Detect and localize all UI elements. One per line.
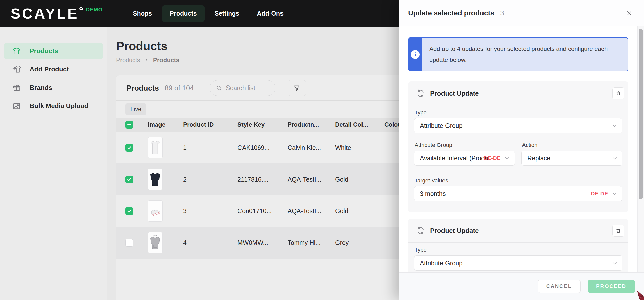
drawer-footer: CANCEL PROCEED — [399, 272, 644, 300]
drawer-scrollbar-thumb[interactable] — [639, 29, 643, 199]
drawer-scrollbar-track[interactable] — [637, 26, 644, 272]
topnav-item-addons[interactable]: Add-Ons — [249, 5, 291, 22]
update-card-body: Type Attribute Group — [408, 243, 628, 272]
action-select[interactable]: Replace — [521, 151, 622, 166]
info-banner-strip: i — [409, 38, 422, 71]
chevron-down-icon — [612, 260, 618, 266]
proceed-button[interactable]: PROCEED — [588, 280, 635, 293]
info-banner: i Add up to 4 updates for your selected … — [408, 37, 628, 71]
scayle-logo: SCAYLE DEMO — [11, 6, 103, 22]
drawer-title: Update selected products — [408, 9, 494, 17]
sync-icon — [416, 89, 425, 98]
cell-detail-color: Gold — [335, 207, 384, 215]
product-image — [148, 200, 163, 222]
cell-style-key: CAK1069... — [237, 144, 288, 151]
chevron-right-icon — [145, 58, 149, 62]
cell-product-name: AQA-TestI... — [288, 176, 335, 183]
type-select[interactable]: Attribute Group — [414, 118, 622, 133]
breadcrumb: Products Products — [116, 57, 179, 64]
sidebar-item-products[interactable]: Products — [4, 43, 103, 59]
cell-product-name: Tommy Hi... — [288, 239, 335, 246]
topnav-item-settings[interactable]: Settings — [207, 5, 247, 22]
search-icon — [216, 85, 222, 91]
info-icon: i — [411, 50, 420, 59]
trash-icon — [616, 91, 621, 96]
table-count: 89 of 104 — [165, 84, 194, 92]
target-values-select[interactable]: 3 months DE-DE — [414, 186, 622, 201]
delete-update-button[interactable] — [612, 87, 624, 99]
col-productname[interactable]: Productn... — [288, 121, 335, 128]
trash-icon — [616, 228, 621, 233]
update-card-title: Product Update — [430, 90, 479, 97]
sidebar-item-label: Bulk Media Upload — [30, 102, 88, 110]
col-image[interactable]: Image — [148, 121, 183, 128]
cell-product-id: 4 — [183, 239, 237, 246]
page-title: Products — [116, 39, 168, 53]
drawer-content: i Add up to 4 updates for your selected … — [399, 26, 637, 272]
product-update-card: Product Update Type Attribute Group Attr… — [408, 81, 628, 212]
row-checkbox[interactable] — [125, 239, 133, 247]
topnav-item-shops[interactable]: Shops — [125, 5, 159, 22]
update-card-header: Product Update — [408, 219, 628, 243]
cell-product-name: AQA-TestI... — [288, 207, 335, 215]
cell-product-name: Calvin Kle... — [288, 144, 335, 151]
cancel-button[interactable]: CANCEL — [538, 280, 581, 293]
sidebar: Products Add Product Brands Bulk Media U… — [0, 27, 107, 300]
filter-funnel-icon — [293, 84, 300, 92]
sidebar-item-bulk-media-upload[interactable]: Bulk Media Upload — [4, 98, 103, 114]
col-product-id[interactable]: Product ID — [183, 121, 237, 128]
cell-detail-color: Gold — [335, 176, 384, 183]
type-select[interactable]: Attribute Group — [414, 255, 622, 271]
sidebar-item-add-product[interactable]: Add Product — [4, 61, 103, 77]
breadcrumb-current: Products — [153, 57, 179, 64]
col-style-key[interactable]: Style Key — [237, 121, 288, 128]
search-input[interactable] — [226, 84, 266, 92]
close-icon — [626, 10, 632, 16]
info-banner-text: Add up to 4 updates for your selected pr… — [422, 38, 623, 71]
row-checkbox[interactable] — [125, 144, 133, 152]
tab-live[interactable]: Live — [125, 103, 146, 115]
update-products-drawer: Update selected products 3 i Add up to 4… — [399, 0, 644, 300]
top-navigation: Shops Products Settings Add-Ons — [125, 5, 291, 22]
target-values-label: Target Values — [415, 177, 622, 184]
cell-detail-color: White — [335, 144, 384, 151]
cell-product-id: 3 — [183, 207, 237, 215]
logo-degree-icon — [79, 7, 83, 10]
row-checkbox[interactable] — [125, 207, 133, 215]
logo-demo-badge: DEMO — [86, 7, 103, 13]
product-image — [148, 232, 163, 253]
chevron-down-icon — [612, 123, 618, 129]
topnav-item-products[interactable]: Products — [162, 5, 204, 22]
cell-style-key: MW0MW... — [237, 239, 288, 246]
tshirt-icon — [12, 47, 21, 56]
delete-update-button[interactable] — [612, 225, 624, 237]
update-card-body: Type Attribute Group Attribute Group Ava… — [408, 105, 628, 212]
update-card-header: Product Update — [408, 81, 628, 105]
cell-style-key: Con01710... — [237, 207, 288, 215]
update-card-title: Product Update — [430, 227, 479, 235]
sidebar-item-label: Products — [30, 47, 58, 55]
chevron-down-icon — [612, 191, 618, 197]
close-button[interactable] — [624, 8, 635, 19]
select-all-checkbox[interactable] — [125, 121, 133, 129]
drawer-selected-count: 3 — [500, 9, 504, 17]
sidebar-item-brands[interactable]: Brands — [4, 80, 103, 96]
search-input-wrapper — [210, 80, 275, 96]
logo-text: SCAYLE — [11, 6, 79, 22]
cell-product-id: 1 — [183, 144, 237, 151]
action-label: Action — [522, 142, 622, 148]
row-checkbox[interactable] — [125, 176, 133, 183]
locale-tag: DE-DE — [484, 155, 501, 161]
breadcrumb-root[interactable]: Products — [116, 57, 140, 64]
col-detail-color[interactable]: Detail Col... — [335, 121, 384, 128]
attribute-group-select[interactable]: Available Interval (Product... DE-DE — [414, 151, 515, 166]
drawer-header: Update selected products 3 — [399, 0, 644, 26]
filter-button[interactable] — [288, 80, 306, 96]
cell-product-id: 2 — [183, 176, 237, 183]
product-update-card: Product Update Type Attribute Group — [408, 219, 628, 272]
product-image — [148, 169, 163, 190]
attribute-group-label: Attribute Group — [415, 142, 515, 148]
chevron-down-icon — [504, 155, 510, 161]
cell-detail-color: Grey — [335, 239, 384, 246]
sidebar-item-label: Add Product — [30, 65, 69, 73]
